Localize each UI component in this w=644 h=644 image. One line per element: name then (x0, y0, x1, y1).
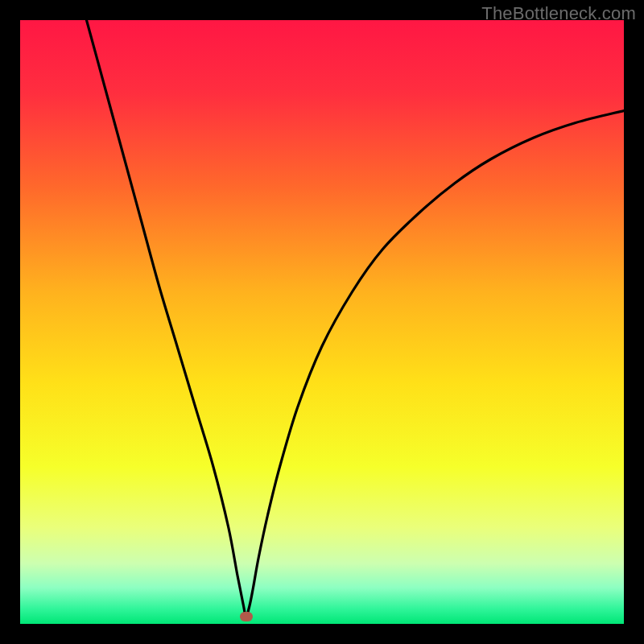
optimal-point-marker (240, 612, 253, 621)
chart-frame: TheBottleneck.com (0, 0, 644, 644)
curve-layer (20, 20, 624, 624)
watermark-text: TheBottleneck.com (481, 3, 636, 24)
bottleneck-curve (87, 20, 625, 617)
plot-area (20, 20, 624, 624)
